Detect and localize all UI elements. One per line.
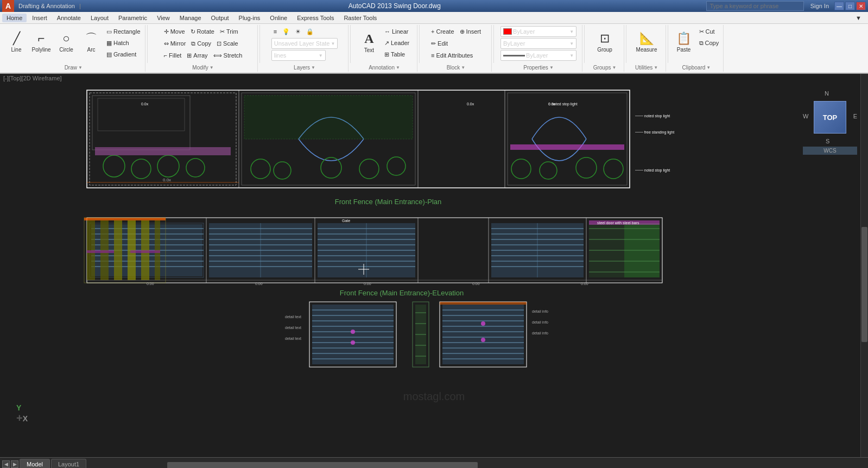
draw-extra-col: ▭ Rectangle ▦ Hatch ▤ Gradient (104, 26, 143, 60)
origin-cross: + (16, 412, 23, 425)
edit-button[interactable]: ✏ Edit (429, 38, 450, 49)
layer-freeze-btn[interactable]: ☀ (293, 26, 303, 37)
insert-block-button[interactable]: ⊕ Insert (458, 26, 484, 37)
layer-state-dropdown[interactable]: Unsaved Layer State ▼ (271, 38, 338, 49)
groups-label-text: Groups (593, 65, 611, 71)
array-button[interactable]: ⊞ Array (185, 50, 210, 61)
rotate-button[interactable]: ↻ Rotate (188, 26, 217, 37)
table-button[interactable]: ⊞ Table (382, 49, 411, 60)
polyline-label: Polyline (31, 47, 50, 53)
draw-group-label[interactable]: Draw ▼ (65, 65, 83, 71)
linear-button[interactable]: ↔ Linear (382, 26, 411, 37)
scroll-thumb-horizontal[interactable] (167, 462, 478, 468)
trim-button[interactable]: ✂ Trim (218, 26, 240, 37)
paste-button[interactable]: 📋 Paste (672, 26, 696, 59)
fillet-button[interactable]: ⌐ Fillet (162, 50, 184, 61)
cut-button[interactable]: ✂ Cut (697, 26, 721, 37)
tab-nav-left[interactable]: ◀ (2, 460, 10, 468)
minimize-button[interactable]: — (834, 2, 844, 10)
menu-annotate[interactable]: Annotate (53, 14, 85, 22)
move-button[interactable]: ✛ Move (162, 26, 187, 37)
groups-group-label[interactable]: Groups ▼ (593, 65, 617, 71)
scrollbar-vertical[interactable] (860, 74, 868, 457)
utilities-group-label[interactable]: Utilities ▼ (635, 65, 658, 71)
block-arrow: ▼ (461, 65, 465, 70)
gradient-button[interactable]: ▤ Gradient (104, 49, 143, 60)
text-icon: A (364, 31, 373, 47)
maximize-button[interactable]: □ (845, 2, 855, 10)
mirror-button[interactable]: ⇔ Mirror (162, 38, 188, 49)
create-button[interactable]: + Create (429, 26, 456, 37)
ribbon-group-properties: ByLayer ▼ ByLayer ▼ ByLayer ▼ Properties… (496, 25, 582, 72)
menu-raster-tools[interactable]: Raster Tools (339, 14, 381, 22)
close-button[interactable]: ✕ (856, 2, 866, 10)
properties-group-label[interactable]: Properties ▼ (523, 65, 554, 71)
ribbon-content: ╱ Line ⌐ Polyline ○ Circle ⌒ Arc ▭ Recta… (0, 24, 868, 73)
copy-clip-button[interactable]: ⧉ Copy (697, 37, 721, 48)
menu-home[interactable]: Home (2, 14, 27, 22)
tab-nav-right[interactable]: ▶ (11, 460, 18, 468)
arc-button[interactable]: ⌒ Arc (79, 26, 103, 59)
gradient-icon: ▤ (106, 51, 112, 58)
leader-button[interactable]: ↗ Leader (382, 37, 411, 48)
properties-label-text: Properties (523, 65, 548, 71)
svg-point-119 (351, 330, 355, 334)
polyline-button[interactable]: ⌐ Polyline (29, 26, 53, 59)
color-dropdown[interactable]: ByLayer ▼ (500, 26, 576, 37)
group-button[interactable]: ⊡ Group (593, 26, 617, 59)
menu-manage[interactable]: Manage (175, 14, 206, 22)
stretch-button[interactable]: ⟺ Stretch (211, 50, 245, 61)
measure-button[interactable]: 📐 Measure (635, 26, 658, 59)
scroll-thumb-vertical[interactable] (861, 227, 867, 342)
viewport[interactable]: [-][Top][2D Wireframe] (0, 74, 868, 457)
search-input[interactable] (706, 1, 804, 11)
block-group-label[interactable]: Block ▼ (447, 65, 465, 71)
scale-button[interactable]: ⊡ Scale (214, 38, 240, 49)
annotation-group-label[interactable]: Annotation ▼ (369, 65, 400, 71)
circle-button[interactable]: ○ Circle (54, 26, 78, 59)
top-view-button[interactable]: TOP (814, 101, 846, 134)
layout1-tab[interactable]: Layout1 (51, 459, 86, 468)
menu-parametric[interactable]: Parametric (114, 14, 151, 22)
dropdown-arrow: ▼ (331, 41, 335, 46)
layer-name-dropdown[interactable]: lines ▼ (271, 50, 326, 61)
menu-express-tools[interactable]: Express Tools (293, 14, 338, 22)
svg-text:detail text: detail text (285, 315, 301, 319)
hatch-button[interactable]: ▦ Hatch (104, 37, 143, 48)
modify-group-label[interactable]: Modify ▼ (192, 65, 213, 71)
menu-extra[interactable]: ▼ (851, 14, 866, 22)
clipboard-group-label[interactable]: Clipboard ▼ (682, 65, 711, 71)
text-button[interactable]: A Text (357, 26, 381, 59)
linetype-dropdown[interactable]: ByLayer ▼ (500, 38, 576, 49)
layers-group-label[interactable]: Layers ▼ (294, 65, 315, 71)
edit-attributes-button[interactable]: ≡ Edit Attributes (429, 50, 475, 61)
scrollbar-horizontal[interactable] (90, 461, 866, 468)
menu-online[interactable]: Online (265, 14, 292, 22)
separator-4 (419, 25, 420, 63)
copy-button[interactable]: ⧉ Copy (189, 38, 213, 49)
lineweight-dropdown[interactable]: ByLayer ▼ (500, 50, 576, 61)
sun-icon: ☀ (295, 28, 301, 35)
wcs-label[interactable]: WCS (803, 147, 857, 155)
menu-output[interactable]: Output (207, 14, 233, 22)
tab-bar: ◀ ▶ Model Layout1 (0, 457, 868, 468)
menu-layout[interactable]: Layout (86, 14, 113, 22)
line-button[interactable]: ╱ Line (4, 26, 28, 59)
svg-rect-100 (130, 250, 160, 253)
fence-section-4 (491, 223, 584, 277)
rect-button[interactable]: ▭ Rectangle (104, 26, 143, 37)
layer-properties-btn[interactable]: ≡ (271, 26, 279, 37)
navigation-cube[interactable]: N S W E TOP WCS (803, 90, 857, 166)
block-row2: ✏ Edit (429, 38, 450, 49)
menu-insert[interactable]: Insert (28, 14, 52, 22)
ribbon-group-groups: ⊡ Group Groups ▼ (586, 25, 624, 72)
autodesk-logo[interactable]: A (2, 0, 14, 12)
layer-lock-btn[interactable]: 🔒 (304, 26, 316, 37)
model-tab[interactable]: Model (20, 459, 50, 468)
menu-plugins[interactable]: Plug-ins (235, 14, 265, 22)
layer-on-btn[interactable]: 💡 (280, 26, 292, 37)
sign-in-btn[interactable]: Sign In (810, 3, 829, 9)
svg-point-144 (481, 338, 485, 342)
svg-rect-11 (95, 147, 231, 155)
menu-view[interactable]: View (153, 14, 174, 22)
